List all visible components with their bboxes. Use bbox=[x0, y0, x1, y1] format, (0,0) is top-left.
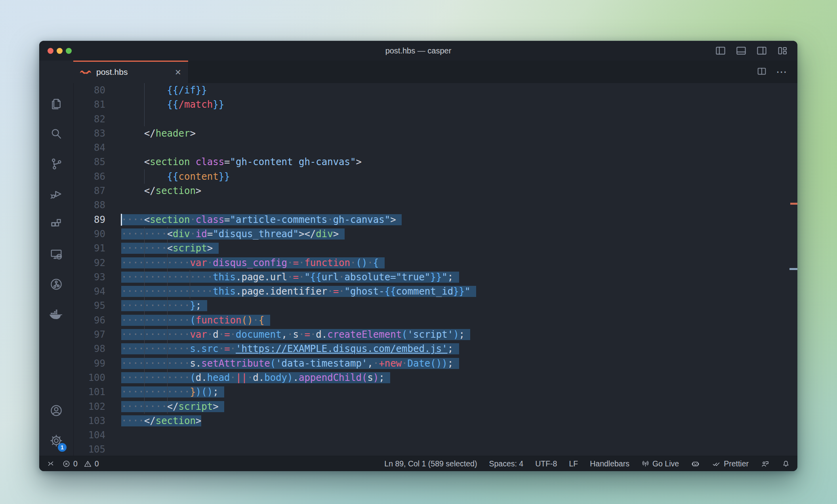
code-text: </header> bbox=[121, 126, 196, 141]
code-line[interactable]: 90········<div·id="disqus_thread"></div> bbox=[74, 227, 797, 241]
line-number: 99 bbox=[74, 356, 105, 371]
whitespace-dot: · bbox=[230, 372, 236, 383]
code-token: absolute="true" bbox=[345, 272, 431, 283]
problems-indicator[interactable]: 0 0 bbox=[62, 459, 99, 468]
cursor-position-status[interactable]: Ln 89, Col 1 (589 selected) bbox=[384, 459, 477, 468]
code-token: div bbox=[316, 228, 333, 240]
line-number: 81 bbox=[74, 97, 105, 112]
whitespace-dot: · bbox=[299, 257, 304, 268]
code-line[interactable]: 105 bbox=[74, 442, 797, 456]
search-icon[interactable] bbox=[45, 119, 67, 149]
code-token: {{ bbox=[167, 171, 179, 182]
layout-sidebar-left-icon[interactable] bbox=[714, 44, 727, 57]
indent-guide bbox=[167, 399, 168, 414]
notifications-bell[interactable] bbox=[782, 459, 790, 468]
whitespace-dots: ············ bbox=[121, 300, 190, 311]
code-line[interactable]: 89····<section·class="article-comments·g… bbox=[74, 213, 797, 227]
warning-count: 0 bbox=[95, 459, 99, 468]
code-line[interactable]: 95············}; bbox=[74, 299, 797, 313]
code-token: < bbox=[167, 228, 173, 240]
code-line[interactable]: 104 bbox=[74, 428, 797, 442]
code-line[interactable]: 87 </section> bbox=[74, 184, 797, 198]
code-line[interactable]: 82 bbox=[74, 112, 797, 126]
code-token: = bbox=[333, 286, 339, 297]
account-icon[interactable] bbox=[45, 396, 67, 426]
line-number: 84 bbox=[74, 141, 105, 155]
code-line[interactable]: 80 {{/if}} bbox=[74, 83, 797, 97]
warning-icon bbox=[84, 460, 92, 468]
code-token: ( bbox=[190, 372, 195, 383]
code-line[interactable]: 81 {{/match}} bbox=[74, 97, 797, 112]
code-line[interactable]: 85 <section class="gh-content gh-canvas"… bbox=[74, 155, 797, 169]
indent-guide bbox=[144, 399, 145, 414]
line-number: 80 bbox=[74, 83, 105, 97]
remote-indicator[interactable] bbox=[46, 459, 55, 468]
code-line[interactable]: 101············})(); bbox=[74, 385, 797, 399]
layout-panel-icon[interactable] bbox=[735, 44, 747, 57]
code-token: 'https://EXAMPLE.disqus.com/embed.js' bbox=[236, 343, 448, 354]
code-token: </ bbox=[144, 415, 156, 426]
code-text: ········<script> bbox=[121, 241, 219, 255]
go-live-button[interactable]: Go Live bbox=[641, 459, 679, 468]
layout-customize-icon[interactable] bbox=[776, 44, 789, 57]
code-token: = bbox=[224, 214, 230, 225]
code-line[interactable]: 96············(function()·{ bbox=[74, 313, 797, 327]
code-token: 'script' bbox=[408, 329, 454, 340]
code-token: +new bbox=[379, 358, 402, 369]
line-number: 101 bbox=[74, 385, 105, 399]
encoding-status[interactable]: UTF-8 bbox=[535, 459, 557, 468]
code-token: = bbox=[224, 156, 230, 167]
gitlens-icon[interactable] bbox=[45, 269, 67, 299]
code-line[interactable]: 92············var·disqus_config·=·functi… bbox=[74, 256, 797, 270]
tab-label: post.hbs bbox=[96, 67, 170, 77]
run-and-debug-icon[interactable] bbox=[45, 179, 67, 209]
code-text: </section> bbox=[121, 184, 201, 198]
code-token bbox=[190, 156, 195, 167]
code-line[interactable]: 97············var·d·=·document,·s·=·d.cr… bbox=[74, 327, 797, 342]
code-line[interactable]: 91········<script> bbox=[74, 241, 797, 255]
robot-icon bbox=[691, 459, 700, 468]
code-token: this bbox=[213, 286, 236, 297]
code-line[interactable]: 94················this.page.identifier·=… bbox=[74, 284, 797, 299]
prettier-status[interactable]: Prettier bbox=[712, 459, 749, 468]
settings-gear-icon[interactable]: 1 bbox=[45, 426, 67, 456]
code-line[interactable]: 93················this.page.url·=·"{{url… bbox=[74, 270, 797, 284]
code-token: section bbox=[150, 156, 190, 167]
error-icon bbox=[62, 460, 71, 468]
explorer-icon[interactable] bbox=[45, 89, 67, 119]
split-editor-icon[interactable] bbox=[756, 66, 767, 78]
whitespace-dot: · bbox=[247, 372, 253, 383]
copilot-status[interactable] bbox=[691, 459, 700, 468]
whitespace-dot: · bbox=[327, 214, 333, 225]
tab-close-icon[interactable]: × bbox=[174, 67, 182, 77]
whitespace-dot: · bbox=[339, 272, 344, 283]
settings-badge: 1 bbox=[58, 443, 67, 452]
code-token: header bbox=[156, 128, 190, 139]
whitespace-dot: · bbox=[339, 286, 344, 297]
tab-post-hbs[interactable]: post.hbs × bbox=[73, 61, 189, 83]
code-editor[interactable]: 80 {{/if}}81 {{/match}}8283 </header>848… bbox=[74, 83, 797, 456]
code-line[interactable]: 88 bbox=[74, 198, 797, 212]
code-line[interactable]: 84 bbox=[74, 141, 797, 155]
source-control-icon[interactable] bbox=[45, 149, 67, 179]
code-line[interactable]: 98············s.src·=·'https://EXAMPLE.d… bbox=[74, 342, 797, 356]
docker-icon[interactable] bbox=[45, 299, 67, 329]
line-number: 89 bbox=[74, 213, 105, 227]
remote-explorer-icon[interactable] bbox=[45, 239, 67, 269]
code-token: </ bbox=[144, 128, 156, 139]
language-mode-status[interactable]: Handlebars bbox=[590, 459, 629, 468]
extensions-icon[interactable] bbox=[45, 209, 67, 239]
indent-guide bbox=[167, 299, 168, 313]
code-line[interactable]: 86 {{content}} bbox=[74, 169, 797, 184]
code-line[interactable]: 100············(d.head·||·d.body).append… bbox=[74, 371, 797, 385]
eol-status[interactable]: LF bbox=[569, 459, 578, 468]
layout-sidebar-right-icon[interactable] bbox=[755, 44, 768, 57]
code-line[interactable]: 99············s.setAttribute('data-times… bbox=[74, 356, 797, 371]
code-line[interactable]: 103····</section> bbox=[74, 414, 797, 428]
feedback-status[interactable] bbox=[761, 459, 770, 468]
code-line[interactable]: 102········</script> bbox=[74, 399, 797, 414]
line-number: 91 bbox=[74, 241, 105, 255]
more-actions-icon[interactable]: ⋯ bbox=[776, 65, 788, 78]
indentation-status[interactable]: Spaces: 4 bbox=[489, 459, 523, 468]
code-line[interactable]: 83 </header> bbox=[74, 126, 797, 141]
